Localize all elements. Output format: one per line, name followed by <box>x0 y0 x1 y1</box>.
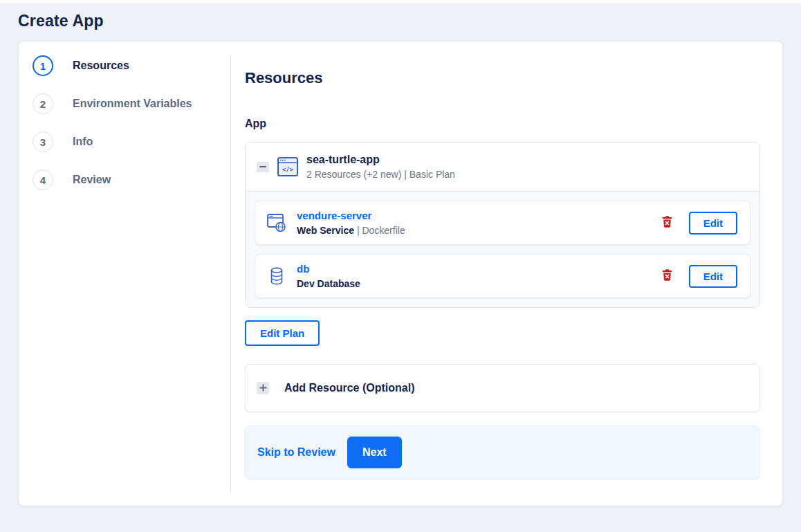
row-actions: Edit <box>661 212 739 235</box>
database-cylinder-icon <box>266 267 287 285</box>
resource-text: vendure-server Web Service | Dockerfile <box>297 210 405 236</box>
step-resources[interactable]: 1 Resources <box>33 55 230 76</box>
create-app-card: 1 Resources 2 Environment Variables 3 In… <box>18 41 783 506</box>
resource-subtitle: Dev Database <box>297 278 360 289</box>
app-name: sea-turtle-app <box>306 154 455 166</box>
step-number-badge: 2 <box>33 93 53 114</box>
resource-row-web-service: vendure-server Web Service | Dockerfile <box>255 201 751 245</box>
app-group-header: </> sea-turtle-app 2 Resources (+2 new) … <box>246 143 759 191</box>
resource-row-database: db Dev Database <box>255 254 751 298</box>
row-actions: Edit <box>661 265 739 288</box>
step-number-badge: 3 <box>33 131 53 152</box>
resource-name-link[interactable]: db <box>297 263 309 275</box>
app-group-body: vendure-server Web Service | Dockerfile <box>246 191 759 307</box>
app-section-label: App <box>245 118 760 130</box>
step-environment-variables[interactable]: 2 Environment Variables <box>33 93 230 114</box>
step-review[interactable]: 4 Review <box>33 169 230 190</box>
resource-name-link[interactable]: vendure-server <box>297 210 371 221</box>
edit-resource-button[interactable]: Edit <box>689 212 737 235</box>
trash-icon <box>662 216 672 230</box>
add-resource-label: Add Resource (Optional) <box>284 382 414 394</box>
delete-resource-button[interactable] <box>661 268 674 284</box>
app-window-code-icon: </> <box>277 157 298 176</box>
main-panel: Resources App </> <box>231 55 782 492</box>
resources-heading: Resources <box>245 69 760 87</box>
resource-type: Web Service <box>297 225 354 236</box>
step-label: Review <box>73 174 111 186</box>
step-number-badge: 1 <box>33 55 53 76</box>
resource-subtitle: Web Service | Dockerfile <box>297 225 405 236</box>
app-summary: 2 Resources (+2 new) | Basic Plan <box>306 169 455 180</box>
app-header-text: sea-turtle-app 2 Resources (+2 new) | Ba… <box>306 154 455 180</box>
edit-plan-button[interactable]: Edit Plan <box>245 320 320 346</box>
resource-separator: | <box>354 225 362 236</box>
svg-text:</>: </> <box>282 166 294 173</box>
step-label: Info <box>73 136 93 148</box>
app-group-card: </> sea-turtle-app 2 Resources (+2 new) … <box>245 142 760 308</box>
add-resource-section[interactable]: Add Resource (Optional) <box>245 364 760 412</box>
step-number-badge: 4 <box>33 169 53 190</box>
resource-type: Dev Database <box>297 278 360 289</box>
resource-detail: Dockerfile <box>362 225 405 236</box>
collapse-app-button[interactable] <box>257 162 269 172</box>
delete-resource-button[interactable] <box>661 214 674 231</box>
step-label: Resources <box>73 59 129 72</box>
next-button[interactable]: Next <box>347 437 402 468</box>
step-info[interactable]: 3 Info <box>33 131 230 152</box>
page-title: Create App <box>0 3 801 30</box>
edit-resource-button[interactable]: Edit <box>689 265 737 288</box>
plus-icon <box>259 383 267 394</box>
step-label: Environment Variables <box>73 98 192 110</box>
add-resource-expand-button[interactable] <box>257 382 269 394</box>
minus-icon <box>259 166 266 167</box>
resource-text: db Dev Database <box>297 263 360 289</box>
skip-to-review-link[interactable]: Skip to Review <box>257 446 335 459</box>
trash-icon <box>662 269 672 283</box>
wizard-stepper: 1 Resources 2 Environment Variables 3 In… <box>19 55 231 492</box>
wizard-footer: Skip to Review Next <box>245 425 760 479</box>
web-service-globe-icon <box>266 213 287 232</box>
